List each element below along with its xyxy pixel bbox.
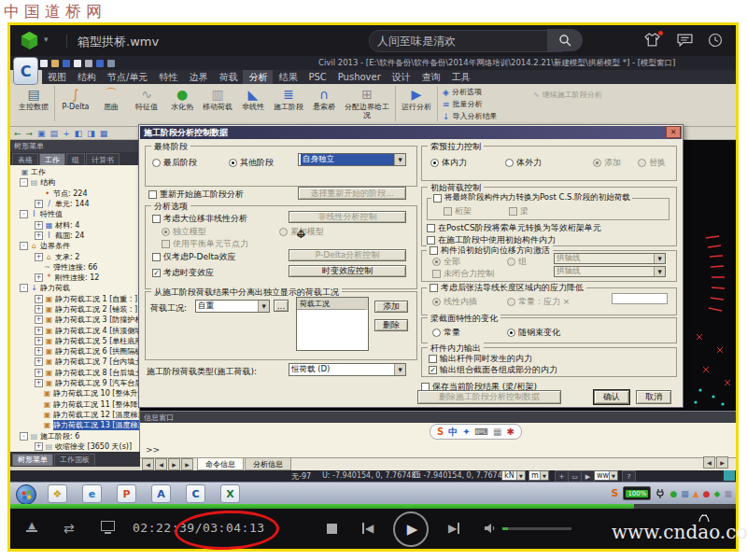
ribbon-button[interactable]: ∩悬索桥 bbox=[306, 86, 342, 112]
tree-item[interactable]: -I特性值 bbox=[10, 209, 139, 219]
time-dependent-checkbox[interactable]: ✓ bbox=[152, 269, 161, 277]
expander-icon[interactable]: + bbox=[35, 347, 43, 356]
next-button[interactable]: ▶ bbox=[448, 522, 459, 535]
tray-icon[interactable]: ◆ bbox=[714, 489, 721, 498]
tree-item[interactable]: +▦材料: 4 bbox=[10, 219, 139, 230]
tree-item[interactable]: +▣静力荷载工况 7 [台内填土 bbox=[10, 357, 139, 367]
menu-item[interactable]: PSC bbox=[303, 70, 331, 84]
expander-icon[interactable] bbox=[35, 401, 41, 408]
menu-item[interactable]: 工具 bbox=[446, 70, 476, 84]
command-prompt[interactable]: >> bbox=[146, 445, 160, 455]
internal-force-radio[interactable] bbox=[430, 159, 439, 167]
expander-icon[interactable]: - bbox=[20, 242, 28, 250]
taskbar-app-icon[interactable]: X bbox=[220, 484, 240, 503]
tree-item[interactable]: +▣静力荷载工况 6 [拱圈隔板 bbox=[10, 346, 139, 357]
search-button[interactable] bbox=[547, 29, 583, 51]
cable-replace-radio[interactable] bbox=[638, 159, 646, 167]
taskbar-app-icon[interactable]: e bbox=[82, 484, 102, 503]
tree-item[interactable]: -⌂边界条件 bbox=[10, 241, 139, 251]
history-clock-icon[interactable] bbox=[708, 33, 725, 48]
tab-nav-button[interactable]: ◀ bbox=[142, 458, 154, 470]
accumulative-model-radio[interactable] bbox=[279, 228, 288, 236]
toolbar-icon[interactable]: ▣ bbox=[37, 129, 46, 138]
toolbar-icon[interactable]: ▤ bbox=[50, 129, 59, 138]
tree-item[interactable]: -▤结构 bbox=[10, 177, 139, 188]
menu-item[interactable]: 特性 bbox=[153, 70, 183, 84]
taskbar-app-icon[interactable]: P bbox=[117, 484, 136, 503]
search-input-value[interactable]: 人间至味是清欢 bbox=[377, 34, 456, 49]
quickaccess-new-icon[interactable] bbox=[40, 60, 48, 67]
tray-icon[interactable]: ▦ bbox=[681, 489, 689, 498]
ribbon-button[interactable]: ⊞分配边界给工况 bbox=[342, 86, 392, 120]
eject-button[interactable]: ▲ bbox=[26, 522, 37, 532]
simultaneous-forces-checkbox[interactable] bbox=[429, 355, 437, 363]
ribbon-button[interactable]: ▤主控数据 bbox=[16, 86, 51, 112]
ribbon-button[interactable]: ▥移动荷载 bbox=[200, 86, 235, 112]
ime-icon[interactable]: 中 bbox=[448, 426, 458, 439]
menu-item[interactable]: Pushover bbox=[332, 70, 387, 84]
expander-icon[interactable] bbox=[35, 412, 41, 418]
ime-icon[interactable]: ⌨ bbox=[475, 427, 488, 437]
post-tension-checkbox[interactable] bbox=[430, 284, 438, 292]
tree-tab[interactable]: 表格 bbox=[12, 153, 38, 165]
toolbar-icon[interactable]: ▦ bbox=[100, 129, 108, 138]
force-unit-select[interactable]: kN▼ bbox=[501, 470, 526, 481]
quickaccess-preview-icon[interactable] bbox=[85, 60, 92, 67]
tree-item[interactable]: +⌂支承: 2 bbox=[10, 251, 139, 261]
play-button[interactable]: ▶ bbox=[393, 511, 429, 547]
section-constant-radio[interactable] bbox=[432, 329, 441, 337]
expander-icon[interactable] bbox=[12, 169, 19, 175]
unclosed-group-select[interactable]: 拱轴线▼ bbox=[554, 266, 666, 277]
equilibrium-force-checkbox[interactable] bbox=[162, 240, 170, 248]
menu-item[interactable]: 结果 bbox=[273, 70, 303, 84]
tree-item[interactable]: -▤施工阶段: 6 bbox=[10, 430, 139, 441]
tray-icon[interactable]: ▦ bbox=[724, 489, 732, 498]
message-tab[interactable]: 命令信息 bbox=[197, 458, 244, 470]
video-content[interactable]: Civil 2013 - [E:\软件备份\软件备份\2014年网络培训\201… bbox=[10, 56, 736, 504]
panel-tab[interactable]: 工作面板 bbox=[54, 454, 95, 466]
tree-item[interactable]: •节点: 224 bbox=[10, 189, 139, 199]
ime-icon[interactable]: ▦ bbox=[493, 427, 501, 437]
start-button[interactable] bbox=[16, 484, 36, 504]
loadcase-listbox[interactable]: 荷载工况 bbox=[296, 297, 369, 351]
menu-item[interactable]: 边界 bbox=[183, 70, 213, 84]
ribbon-side-button[interactable]: ◈分析选项 bbox=[443, 86, 498, 98]
browse-button[interactable]: ... bbox=[274, 300, 289, 312]
menu-item[interactable]: 节点/单元 bbox=[102, 70, 153, 84]
screenshot-button[interactable] bbox=[101, 521, 115, 534]
toolbar-icon[interactable]: → bbox=[26, 129, 34, 138]
menu-item[interactable]: 分析 bbox=[243, 70, 273, 84]
expander-icon[interactable]: + bbox=[35, 273, 43, 282]
expander-icon[interactable]: + bbox=[35, 337, 43, 345]
toolbar-icon[interactable]: ◧ bbox=[75, 129, 83, 138]
ribbon-button[interactable]: ◣非线性 bbox=[235, 86, 271, 112]
loop-mode-button[interactable]: ⇄ bbox=[63, 521, 75, 536]
truss-checkbox[interactable] bbox=[444, 207, 452, 216]
quickaccess-print-icon[interactable] bbox=[74, 60, 81, 67]
scroll-button[interactable]: ◀ bbox=[703, 456, 715, 469]
battery-indicator[interactable]: 100% bbox=[623, 486, 651, 500]
tree-item[interactable]: +▤收缩徐变 [3650 天(s)] bbox=[10, 441, 139, 452]
tangent-group-select[interactable]: 拱轴线▼ bbox=[554, 253, 666, 264]
independent-model-radio[interactable] bbox=[162, 228, 170, 236]
last-stage-radio[interactable] bbox=[152, 159, 161, 167]
dropdown-arrow-icon[interactable]: ▼ bbox=[394, 154, 405, 165]
time-effect-control-button[interactable]: 时变效应控制 bbox=[289, 265, 406, 277]
chevron-down-icon[interactable]: ▾ bbox=[44, 35, 49, 44]
ime-icon[interactable]: ✦ bbox=[462, 427, 470, 437]
taskbar-app-icon[interactable]: C bbox=[186, 484, 205, 503]
quickaccess-save-icon[interactable] bbox=[63, 60, 70, 67]
tray-icon[interactable]: ● bbox=[703, 489, 711, 498]
menu-item[interactable]: 设计 bbox=[387, 70, 416, 84]
expander-icon[interactable]: + bbox=[35, 221, 43, 230]
composite-forces-checkbox[interactable]: ✓ bbox=[429, 366, 437, 374]
quickaccess-undo-icon[interactable] bbox=[96, 60, 104, 67]
tree-tab[interactable]: 计算书 bbox=[86, 153, 120, 165]
expander-icon[interactable]: - bbox=[20, 178, 28, 187]
tree-tab[interactable]: 组 bbox=[66, 153, 85, 165]
load-type-select[interactable]: 恒荷载 (D)▼ bbox=[289, 363, 406, 376]
tree-item[interactable]: +▣静力荷载工况 1 [自重 : ] bbox=[10, 294, 139, 304]
use-initial-forces-checkbox[interactable] bbox=[427, 236, 435, 245]
tree-item[interactable]: ▣静力荷载工况 13 [温度梯度(降温 bbox=[10, 420, 139, 430]
stress-factor-input[interactable] bbox=[612, 293, 668, 304]
